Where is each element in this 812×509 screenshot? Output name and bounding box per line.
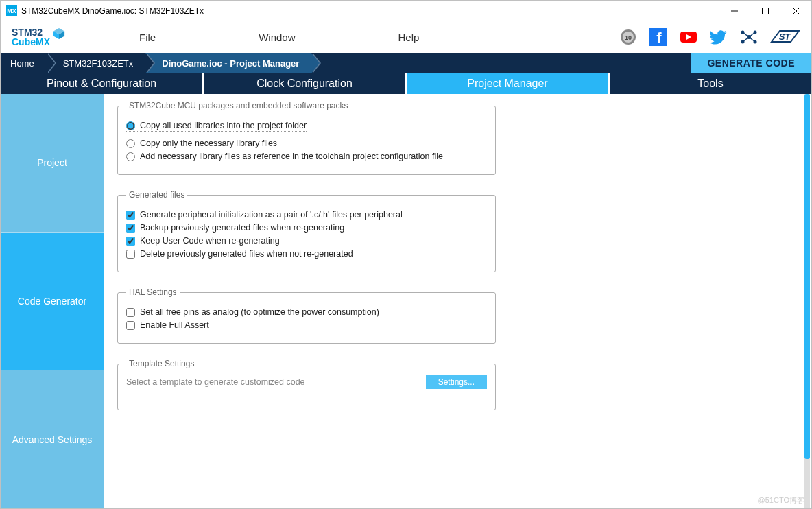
radio-copy-all-input[interactable]: [126, 121, 135, 130]
svg-text:f: f: [656, 29, 662, 46]
template-description: Select a template to generate customized…: [126, 377, 305, 387]
check-full-assert-label: Enable Full Assert: [140, 320, 209, 330]
check-free-pins-analog-input[interactable]: [126, 308, 135, 317]
tab-tools[interactable]: Tools: [610, 73, 811, 94]
close-button[interactable]: [780, 1, 811, 21]
check-free-pins-analog-label: Set all free pins as analog (to optimize…: [140, 307, 379, 317]
radio-add-reference-input[interactable]: [126, 152, 135, 161]
twitter-icon[interactable]: [710, 28, 728, 46]
tab-pinout[interactable]: Pinout & Configuration: [1, 73, 204, 94]
generate-code-button[interactable]: GENERATE CODE: [691, 53, 811, 73]
logo-line1: STM32: [12, 27, 43, 37]
tab-clock[interactable]: Clock Configuration: [204, 73, 407, 94]
check-generate-pair-input[interactable]: [126, 211, 135, 220]
side-tab-project[interactable]: Project: [1, 94, 104, 233]
check-backup-label: Backup previously generated files when r…: [140, 223, 344, 233]
check-generate-pair[interactable]: Generate peripheral initialization as a …: [126, 210, 487, 220]
window-titlebar: MX STM32CubeMX DinoGame.ioc: STM32F103ZE…: [1, 1, 811, 21]
menu-file[interactable]: File: [139, 32, 156, 43]
breadcrumb-page[interactable]: DinoGame.ioc - Project Manager: [145, 53, 311, 73]
cube-icon: [53, 27, 65, 40]
radio-add-reference[interactable]: Add necessary library files as reference…: [126, 152, 487, 161]
check-keep-user-code-label: Keep User Code when re-generating: [140, 236, 280, 246]
watermark: @51CTO博客: [758, 495, 804, 506]
youtube-icon[interactable]: [680, 28, 697, 46]
community-icon[interactable]: [740, 28, 758, 46]
group-generated-files-legend: Generated files: [126, 190, 187, 200]
svg-text:10: 10: [625, 34, 632, 41]
maximize-button[interactable]: [750, 1, 780, 21]
group-hal-settings: HAL Settings Set all free pins as analog…: [117, 287, 496, 344]
group-template-legend: Template Settings: [126, 359, 197, 368]
main-tab-bar: Pinout & Configuration Clock Configurati…: [1, 73, 811, 94]
template-settings-button[interactable]: Settings...: [426, 375, 487, 389]
check-delete-prev-input[interactable]: [126, 250, 135, 259]
anniversary-icon[interactable]: 10: [619, 28, 637, 46]
menu-window[interactable]: Window: [259, 32, 295, 43]
check-keep-user-code[interactable]: Keep User Code when re-generating: [126, 236, 487, 246]
breadcrumb-home[interactable]: Home: [1, 53, 47, 73]
group-template-settings: Template Settings Select a template to g…: [117, 359, 496, 410]
breadcrumb-chip[interactable]: STM32F103ZETx: [47, 53, 146, 73]
minimize-button[interactable]: [719, 1, 750, 21]
vertical-scrollbar[interactable]: [804, 94, 810, 508]
check-backup-input[interactable]: [126, 224, 135, 233]
settings-panel: STM32Cube MCU packages and embedded soft…: [104, 94, 811, 508]
app-logo: STM32 CubeMX: [12, 27, 50, 47]
side-tab-advanced-settings[interactable]: Advanced Settings: [1, 370, 104, 508]
radio-copy-necessary-input[interactable]: [126, 139, 135, 148]
svg-rect-0: [762, 8, 768, 14]
check-free-pins-analog[interactable]: Set all free pins as analog (to optimize…: [126, 307, 487, 317]
app-icon: MX: [6, 5, 17, 16]
radio-copy-necessary-label: Copy only the necessary library files: [140, 139, 277, 148]
group-generated-files: Generated files Generate peripheral init…: [117, 190, 496, 272]
radio-add-reference-label: Add necessary library files as reference…: [140, 152, 443, 161]
check-full-assert[interactable]: Enable Full Assert: [126, 320, 487, 330]
window-title: STM32CubeMX DinoGame.ioc: STM32F103ZETx: [21, 6, 204, 16]
tab-project-manager[interactable]: Project Manager: [407, 73, 610, 94]
group-hal-legend: HAL Settings: [126, 287, 180, 297]
side-tab-bar: Project Code Generator Advanced Settings: [1, 94, 104, 508]
content-area: Project Code Generator Advanced Settings…: [1, 94, 811, 508]
scrollbar-thumb[interactable]: [804, 94, 810, 459]
menu-bar: STM32 CubeMX File Window Help 10 f ST: [1, 21, 811, 53]
check-full-assert-input[interactable]: [126, 321, 135, 330]
side-tab-code-generator[interactable]: Code Generator: [1, 233, 104, 371]
facebook-icon[interactable]: f: [649, 28, 667, 46]
logo-line2: CubeMX: [12, 37, 50, 47]
check-delete-prev-label: Delete previously generated files when n…: [140, 249, 353, 259]
check-backup[interactable]: Backup previously generated files when r…: [126, 223, 487, 233]
check-delete-prev[interactable]: Delete previously generated files when n…: [126, 249, 487, 259]
group-packages-legend: STM32Cube MCU packages and embedded soft…: [126, 101, 351, 110]
group-packages: STM32Cube MCU packages and embedded soft…: [117, 101, 496, 175]
svg-text:ST: ST: [779, 32, 791, 42]
check-generate-pair-label: Generate peripheral initialization as a …: [140, 210, 403, 220]
breadcrumb-bar: Home STM32F103ZETx DinoGame.ioc - Projec…: [1, 53, 811, 73]
radio-copy-all-label: Copy all used libraries into the project…: [140, 121, 307, 130]
radio-copy-all[interactable]: Copy all used libraries into the project…: [126, 121, 307, 132]
check-keep-user-code-input[interactable]: [126, 237, 135, 246]
menu-help[interactable]: Help: [398, 32, 420, 43]
radio-copy-necessary[interactable]: Copy only the necessary library files: [126, 139, 487, 148]
st-logo-icon[interactable]: ST: [770, 28, 800, 46]
